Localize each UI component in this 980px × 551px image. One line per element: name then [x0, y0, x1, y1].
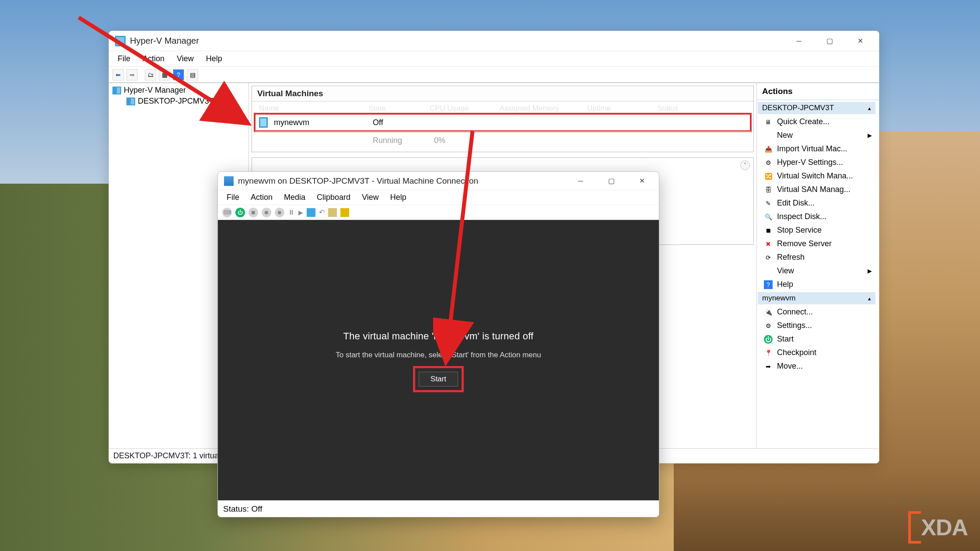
- chevron-right-icon: ▶: [868, 132, 872, 139]
- vm-table: Name State CPU Usage Assigned Memory Upt…: [252, 101, 753, 152]
- vmc-menu-help[interactable]: Help: [385, 191, 412, 204]
- action-remove-server[interactable]: ✖Remove Server: [758, 237, 875, 251]
- ctrl-alt-del-button[interactable]: ⌨: [222, 208, 232, 217]
- tree-root[interactable]: Hyper-V Manager: [109, 85, 248, 96]
- collapse-button[interactable]: ˄: [740, 160, 750, 170]
- vmc-menu-file[interactable]: File: [221, 191, 245, 204]
- actions-scroll[interactable]: DESKTOP-JPCMV3T ▴ 🖥Quick Create...New▶📥I…: [757, 100, 879, 448]
- close-button[interactable]: ✕: [845, 31, 875, 51]
- vmc-menu-media[interactable]: Media: [279, 191, 311, 204]
- action-label: Connect...: [777, 307, 813, 317]
- action-hyper-v-settings[interactable]: ⚙Hyper-V Settings...: [758, 156, 875, 169]
- action-view[interactable]: View▶: [758, 264, 875, 278]
- shut-down-button[interactable]: ⏺: [262, 208, 271, 217]
- action-label: Refresh: [777, 253, 805, 262]
- action-label: Inspect Disk...: [777, 212, 826, 221]
- vm-row-mynewvm[interactable]: mynewvm Off: [255, 114, 751, 131]
- action-group-host[interactable]: DESKTOP-JPCMV3T ▴: [758, 102, 875, 114]
- status-text: DESKTOP-JPCMV3T: 1 virtual m: [113, 451, 229, 460]
- menu-action[interactable]: Action: [137, 52, 170, 65]
- vmc-menu-clipboard[interactable]: Clipboard: [312, 191, 356, 204]
- action-icon: ⟳: [764, 253, 773, 262]
- col-name[interactable]: Name: [259, 104, 368, 113]
- action-label: Start: [777, 335, 794, 344]
- share-button[interactable]: [340, 208, 349, 217]
- vm-row-other[interactable]: Running 0%: [255, 131, 751, 149]
- menu-help[interactable]: Help: [201, 52, 228, 65]
- action-icon: 🗄: [764, 185, 773, 194]
- action-icon: 📥: [764, 145, 773, 153]
- vm-connection-window: mynewvm on DESKTOP-JPCMV3T - Virtual Mac…: [217, 171, 659, 517]
- action-group-vm[interactable]: mynewvm ▴: [758, 292, 875, 304]
- back-button[interactable]: ⬅: [112, 69, 124, 80]
- help-button[interactable]: ?: [173, 69, 184, 80]
- vm-section-header: Virtual Machines: [252, 86, 753, 101]
- action-label: Virtual Switch Mana...: [777, 171, 853, 181]
- action-label: Edit Disk...: [777, 199, 815, 208]
- action-help[interactable]: ?Help: [758, 278, 875, 291]
- show-hide-tree-button[interactable]: 🗂: [145, 69, 156, 80]
- action-refresh[interactable]: ⟳Refresh: [758, 251, 875, 264]
- start-button-toolbar[interactable]: ⏻: [235, 208, 245, 217]
- xda-watermark: XDA: [908, 514, 968, 541]
- vmc-maximize-button[interactable]: ▢: [596, 171, 626, 191]
- show-hide-action-button[interactable]: ▤: [187, 69, 198, 80]
- col-mem[interactable]: Assigned Memory: [500, 104, 587, 113]
- checkpoint-button[interactable]: [307, 208, 315, 217]
- vm-table-header: Name State CPU Usage Assigned Memory Upt…: [255, 101, 751, 114]
- action-connect[interactable]: 🔌Connect...: [758, 305, 875, 319]
- minimize-button[interactable]: ─: [784, 31, 814, 51]
- menu-view[interactable]: View: [172, 52, 199, 65]
- action-group-host-label: DESKTOP-JPCMV3T: [762, 104, 834, 112]
- action-edit-disk[interactable]: ✎Edit Disk...: [758, 196, 875, 210]
- action-checkpoint[interactable]: 📍Checkpoint: [758, 346, 875, 359]
- vmc-close-button[interactable]: ✕: [626, 171, 657, 191]
- action-label: Import Virtual Mac...: [777, 144, 847, 153]
- maximize-button[interactable]: ▢: [814, 31, 845, 51]
- vmc-start-button[interactable]: Start: [419, 372, 458, 387]
- reset-button[interactable]: ▶: [298, 209, 303, 216]
- action-stop-service[interactable]: ⏹Stop Service: [758, 223, 875, 237]
- vmc-title-text: mynewvm on DESKTOP-JPCMV3T - Virtual Mac…: [238, 176, 565, 186]
- tree-host[interactable]: DESKTOP-JPCMV3T: [109, 96, 248, 107]
- vmc-menu-action[interactable]: Action: [245, 191, 278, 204]
- action-label: Move...: [777, 362, 803, 371]
- turn-off-button[interactable]: ⏹: [248, 208, 258, 217]
- caret-up-icon: ▴: [868, 105, 871, 112]
- col-status[interactable]: Status: [657, 104, 746, 113]
- vm-off-message: The virtual machine 'mynewvm' is turned …: [343, 331, 534, 342]
- vm-cpu: 0%: [434, 136, 504, 145]
- action-settings[interactable]: ⚙Settings...: [758, 319, 875, 332]
- action-move[interactable]: ➡Move...: [758, 359, 875, 373]
- vm-name: mynewvm: [274, 118, 373, 127]
- vmc-minimize-button[interactable]: ─: [565, 171, 596, 191]
- action-new[interactable]: New▶: [758, 129, 875, 142]
- vm-state: Off: [373, 118, 434, 127]
- action-virtual-switch-mana[interactable]: 🔀Virtual Switch Mana...: [758, 169, 875, 183]
- enhanced-session-button[interactable]: [328, 208, 337, 217]
- vm-icon: [259, 117, 268, 128]
- col-cpu[interactable]: CPU Usage: [430, 104, 500, 113]
- action-inspect-disk[interactable]: 🔍Inspect Disk...: [758, 210, 875, 223]
- action-label: Remove Server: [777, 239, 832, 248]
- col-uptime[interactable]: Uptime: [587, 104, 657, 113]
- forward-button[interactable]: ➡: [126, 69, 138, 80]
- action-import-virtual-mac[interactable]: 📥Import Virtual Mac...: [758, 142, 875, 156]
- action-start[interactable]: ⏻Start: [758, 332, 875, 346]
- tree-host-label: DESKTOP-JPCMV3T: [138, 97, 214, 106]
- hyperv-tree-icon: [112, 87, 121, 94]
- action-virtual-san-manag[interactable]: 🗄Virtual SAN Manag...: [758, 183, 875, 196]
- col-state[interactable]: State: [368, 104, 430, 113]
- action-label: Hyper-V Settings...: [777, 158, 843, 167]
- action-quick-create[interactable]: 🖥Quick Create...: [758, 115, 875, 129]
- pause-button[interactable]: ⏸: [288, 209, 295, 216]
- menu-file[interactable]: File: [112, 52, 136, 65]
- action-icon: ✎: [764, 199, 773, 208]
- action-icon: 🔍: [764, 213, 773, 221]
- properties-button[interactable]: ▦: [159, 69, 170, 80]
- action-label: View: [777, 266, 794, 276]
- vmc-menu-view[interactable]: View: [357, 191, 384, 204]
- save-button[interactable]: ⏺: [275, 208, 284, 217]
- revert-button[interactable]: ↶: [319, 208, 325, 216]
- action-icon: ⏹: [764, 226, 773, 235]
